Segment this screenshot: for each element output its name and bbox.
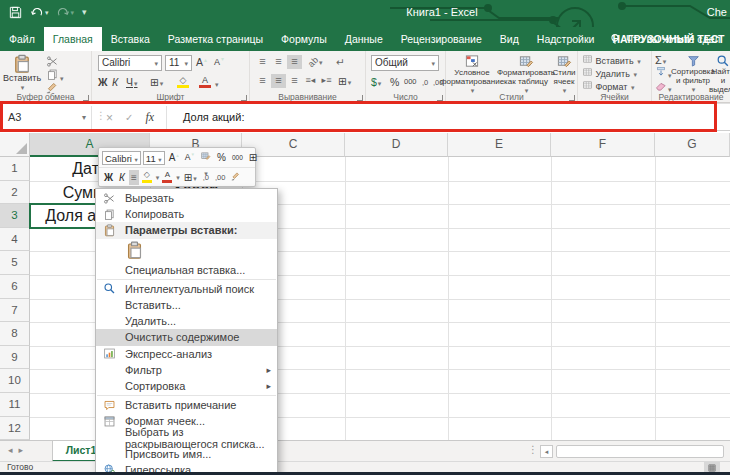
mini-comma-button[interactable]: 000 xyxy=(230,150,245,165)
cancel-entry-icon[interactable]: × xyxy=(106,111,113,125)
context-menu-item-sort[interactable]: Сортировка▸ xyxy=(96,378,277,394)
redo-button[interactable]: ▾ xyxy=(56,6,75,20)
merge-center-button[interactable]: ⊞▾ xyxy=(338,74,351,88)
select-all-corner[interactable] xyxy=(0,133,30,157)
context-menu-item-paste-special[interactable]: Специальная вставка... xyxy=(96,262,277,278)
mini-merge-button[interactable]: ⊞ xyxy=(247,150,259,165)
context-menu-item-insert[interactable]: Вставить... xyxy=(96,297,277,313)
cell-styles-button[interactable]: Стили ячеек▾ xyxy=(550,54,578,94)
align-center-button[interactable]: ≡ xyxy=(271,74,286,88)
mini-align-center-button[interactable]: ≡ xyxy=(129,170,139,185)
tab-insert[interactable]: Вставка xyxy=(102,27,159,51)
row-header-11[interactable]: 11 xyxy=(0,393,30,417)
name-box-dropdown-icon[interactable]: ▾ xyxy=(82,106,86,129)
sheet-nav-arrows[interactable]: ◂▸ xyxy=(8,445,29,455)
insert-function-icon[interactable]: fx xyxy=(145,110,154,125)
confirm-entry-icon[interactable]: ✓ xyxy=(125,112,133,123)
decrease-indent-button[interactable]: ≡◂ xyxy=(303,74,318,88)
mini-font-size-combo[interactable]: 11 ▾ xyxy=(143,151,165,165)
context-menu-item-pick-from-list[interactable]: Выбрать из раскрывающегося списка... xyxy=(96,429,277,445)
row-header-8[interactable]: 8 xyxy=(0,322,30,346)
row-header-2[interactable]: 2 xyxy=(0,181,30,205)
context-menu-item-smart-lookup[interactable]: Интеллектуальный поиск xyxy=(96,281,277,297)
redo-dropdown-icon[interactable]: ▾ xyxy=(71,9,75,16)
context-menu-item-paste-options[interactable]: Параметры вставки: xyxy=(96,222,277,238)
tab-view[interactable]: Вид xyxy=(491,27,528,51)
row-header-10[interactable]: 10 xyxy=(0,369,30,393)
bold-button[interactable]: Ж xyxy=(98,76,108,88)
horizontal-scrollbar[interactable] xyxy=(556,445,724,458)
tab-addins[interactable]: Надстройки xyxy=(528,27,604,51)
borders-button[interactable]: ⊞▾ xyxy=(150,75,163,89)
mini-increase-decimal-button[interactable]: ,0 xyxy=(201,170,211,185)
row-header-9[interactable]: 9 xyxy=(0,346,30,370)
sort-filter-button[interactable]: Сортировка и фильтр▾ xyxy=(678,54,708,93)
row-header-7[interactable]: 7 xyxy=(0,299,30,323)
alignment-dialog-launcher[interactable] xyxy=(357,95,363,101)
paste-button[interactable]: Вставить ▾ xyxy=(4,54,40,91)
mini-font-name-combo[interactable]: Calibri ▾ xyxy=(102,151,141,165)
column-header-F[interactable]: F xyxy=(551,133,655,157)
fill-color-button[interactable]: ◇ xyxy=(176,76,190,88)
context-menu-item-clear-contents[interactable]: Очистить содержимое xyxy=(96,329,277,345)
mini-borders-button[interactable]: ⊞▾ xyxy=(182,170,199,185)
mini-decrease-decimal-button[interactable]: ,00 xyxy=(213,170,227,185)
font-color-button[interactable]: А xyxy=(198,76,212,88)
mini-bold-button[interactable]: Ж xyxy=(102,170,115,185)
number-format-combo[interactable]: Общий▾ xyxy=(371,55,439,71)
hscroll-left-arrow[interactable]: ◂ xyxy=(540,445,553,458)
comma-style-button[interactable]: 000 xyxy=(404,75,417,89)
conditional-formatting-button[interactable]: Условное форматирование▾ xyxy=(448,54,496,94)
top-align-button[interactable]: ≡ xyxy=(255,55,270,69)
orientation-button[interactable]: ab▾ xyxy=(308,57,323,67)
format-as-table-button[interactable]: Форматировать как таблицу▾ xyxy=(498,54,554,94)
save-button[interactable] xyxy=(8,5,23,20)
undo-dropdown-icon[interactable]: ▾ xyxy=(45,9,49,16)
row-header-1[interactable]: 1 xyxy=(0,157,30,181)
mini-grow-font-button[interactable]: А▴ xyxy=(167,150,181,165)
autosum-button[interactable]: Σ▾ xyxy=(655,53,666,67)
context-menu-item-filter[interactable]: Фильтр▸ xyxy=(96,362,277,378)
accounting-format-button[interactable]: $▾ xyxy=(371,75,381,89)
customize-qat-button[interactable]: ▾ xyxy=(81,9,87,16)
context-menu-item-cut[interactable]: Вырезать xyxy=(96,190,277,206)
formula-content[interactable]: Доля акций: xyxy=(183,104,244,130)
increase-decimal-button[interactable]: ,0 xyxy=(422,76,428,90)
mini-accounting-button[interactable]: ▾ xyxy=(198,150,213,165)
tab-data[interactable]: Данные xyxy=(336,27,392,51)
row-header-3[interactable]: 3 xyxy=(0,204,30,228)
tab-page-layout[interactable]: Разметка страницы xyxy=(159,27,272,51)
row-header-5[interactable]: 5 xyxy=(0,251,30,275)
wrap-text-button[interactable]: ↵ xyxy=(336,55,345,69)
tab-formulas[interactable]: Формулы xyxy=(272,27,336,51)
undo-button[interactable]: ▾ xyxy=(30,6,49,20)
context-menu-item-delete[interactable]: Удалить... xyxy=(96,313,277,329)
user-account[interactable]: Che xyxy=(707,6,727,18)
styles-dialog-launcher[interactable] xyxy=(569,95,575,101)
shrink-font-button[interactable]: А▾ xyxy=(214,55,224,69)
percent-style-button[interactable]: % xyxy=(390,75,399,89)
context-menu-item-paste-option-keep[interactable] xyxy=(96,239,277,262)
insert-cells-button[interactable]: Вставить ▾ xyxy=(582,54,641,68)
font-size-combo[interactable]: 11▾ xyxy=(165,55,192,71)
mini-fill-color-button[interactable]: ◇ xyxy=(141,171,153,183)
mini-italic-button[interactable]: К xyxy=(117,170,127,185)
align-right-button[interactable]: ≡ xyxy=(287,74,302,88)
number-dialog-launcher[interactable] xyxy=(437,95,443,101)
tab-review[interactable]: Рецензирование xyxy=(392,27,491,51)
font-name-combo[interactable]: Calibri▾ xyxy=(98,55,162,71)
delete-cells-button[interactable]: Удалить ▾ xyxy=(582,67,637,81)
grow-font-button[interactable]: А▴ xyxy=(196,55,207,69)
tab-splitter[interactable]: ⋮ xyxy=(528,444,538,455)
context-menu-item-copy[interactable]: Копировать xyxy=(96,206,277,222)
row-header-6[interactable]: 6 xyxy=(0,275,30,299)
italic-button[interactable]: К xyxy=(112,76,118,88)
middle-align-button[interactable]: ≡ xyxy=(271,55,286,69)
mini-percent-button[interactable]: % xyxy=(215,150,228,165)
context-menu-item-define-name[interactable]: Присвоить имя... xyxy=(96,446,277,462)
name-box-splitter[interactable]: ⋮ xyxy=(96,110,106,121)
tab-home[interactable]: Главная xyxy=(44,27,102,51)
increase-indent-button[interactable]: ▸≡ xyxy=(319,74,334,88)
find-select-button[interactable]: Найти и выдели xyxy=(710,54,730,95)
align-left-button[interactable]: ≡ xyxy=(255,74,270,88)
